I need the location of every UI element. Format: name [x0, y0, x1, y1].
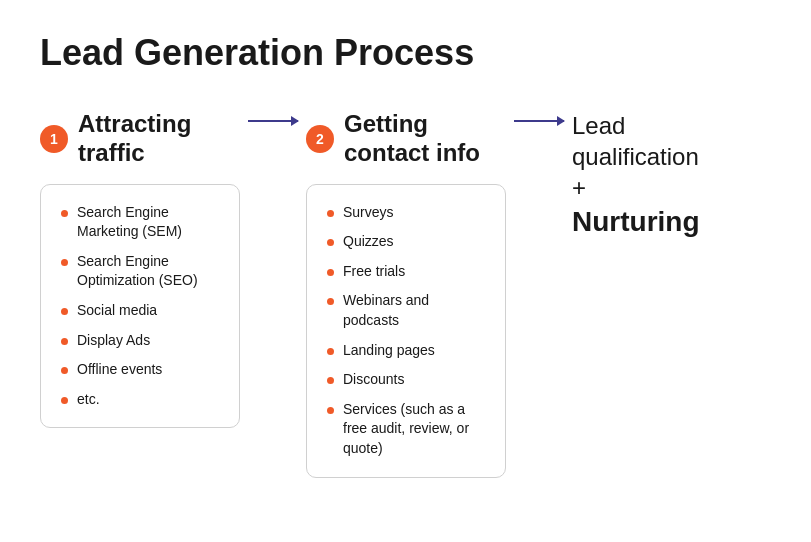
page-title: Lead Generation Process	[40, 32, 771, 74]
list-item: Search Engine Marketing (SEM)	[61, 203, 219, 242]
step-1-box: Search Engine Marketing (SEM) Search Eng…	[40, 184, 240, 429]
list-item: Display Ads	[61, 331, 219, 351]
step-2-box: Surveys Quizzes Free trials Webinars and…	[306, 184, 506, 478]
step-1-number: 1	[40, 125, 68, 153]
list-item: Surveys	[327, 203, 485, 223]
arrow-1	[248, 110, 298, 122]
step-2: 2 Getting contact info Surveys Quizzes F…	[306, 110, 506, 478]
list-item: Quizzes	[327, 232, 485, 252]
step-1-header: 1 Attracting traffic	[40, 110, 191, 168]
list-item: Social media	[61, 301, 219, 321]
arrow-2	[514, 110, 564, 122]
step-3-header: Lead qualification + Nurturing	[572, 110, 700, 240]
arrow-icon	[248, 120, 298, 122]
list-item: Landing pages	[327, 341, 485, 361]
step-2-title: Getting contact info	[344, 110, 480, 168]
arrow-icon	[514, 120, 564, 122]
step-2-header: 2 Getting contact info	[306, 110, 480, 168]
list-item: Services (such as a free audit, review, …	[327, 400, 485, 459]
step-2-list: Surveys Quizzes Free trials Webinars and…	[327, 203, 485, 459]
step-3-title: Lead qualification + Nurturing	[572, 110, 700, 240]
list-item: Offline events	[61, 360, 219, 380]
step-2-number: 2	[306, 125, 334, 153]
list-item: Free trials	[327, 262, 485, 282]
step-3-subtitle: Nurturing	[572, 204, 700, 240]
step-3: Lead qualification + Nurturing	[572, 110, 700, 240]
step-1-list: Search Engine Marketing (SEM) Search Eng…	[61, 203, 219, 410]
list-item: Discounts	[327, 370, 485, 390]
list-item: Search Engine Optimization (SEO)	[61, 252, 219, 291]
flow-container: 1 Attracting traffic Search Engine Marke…	[40, 110, 771, 478]
list-item: Webinars and podcasts	[327, 291, 485, 330]
list-item: etc.	[61, 390, 219, 410]
step-1-title: Attracting traffic	[78, 110, 191, 168]
step-1: 1 Attracting traffic Search Engine Marke…	[40, 110, 240, 428]
